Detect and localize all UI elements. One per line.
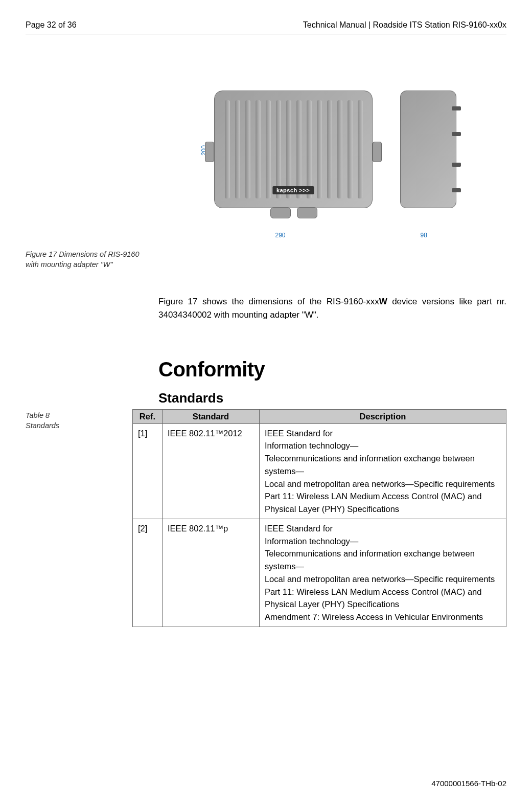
table-caption-line1: Table 8 xyxy=(26,411,50,419)
page-header: Page 32 of 36 Technical Manual | Roadsid… xyxy=(26,20,506,34)
document-id: 47000001566-THb-02 xyxy=(431,779,506,788)
cell-description: IEEE Standard for Information technology… xyxy=(259,519,506,627)
cell-standard: IEEE 802.11™p xyxy=(162,519,259,627)
dimension-width: 290 xyxy=(275,232,286,239)
figure-caption: Figure 17 Dimensions of RIS-9160 with mo… xyxy=(26,249,143,275)
body-text-prefix: Figure 17 shows the dimensions of the RI… xyxy=(158,297,379,306)
cell-description: IEEE Standard for Information technology… xyxy=(259,423,506,519)
cell-ref: [1] xyxy=(132,423,162,519)
table-caption: Table 8 Standards xyxy=(26,409,117,627)
table-row: [1] IEEE 802.11™2012 IEEE Standard for I… xyxy=(132,423,506,519)
device-side-view: 98 xyxy=(395,85,467,239)
page-number: Page 32 of 36 xyxy=(26,20,77,30)
heading-conformity: Conformity xyxy=(158,358,506,381)
device-front-view: 200 kapsch >>> xyxy=(199,85,383,239)
heading-standards: Standards xyxy=(158,390,506,406)
margin-column xyxy=(26,60,143,249)
figure-image: 200 kapsch >>> xyxy=(158,85,506,239)
table-header-standard: Standard xyxy=(162,409,259,423)
cell-standard: IEEE 802.11™2012 xyxy=(162,423,259,519)
brand-logo: kapsch >>> xyxy=(272,186,314,194)
table-header-ref: Ref. xyxy=(132,409,162,423)
table-caption-line2: Standards xyxy=(26,421,59,430)
document-title: Technical Manual | Roadside ITS Station … xyxy=(303,20,506,30)
standards-table: Ref. Standard Description [1] IEEE 802.1… xyxy=(132,409,506,627)
dimension-depth: 98 xyxy=(421,232,427,239)
body-text-bold: W xyxy=(379,297,387,306)
figure-description: Figure 17 shows the dimensions of the RI… xyxy=(158,295,506,322)
table-header-description: Description xyxy=(259,409,506,423)
table-row: [2] IEEE 802.11™p IEEE Standard for Info… xyxy=(132,519,506,627)
cell-ref: [2] xyxy=(132,519,162,627)
